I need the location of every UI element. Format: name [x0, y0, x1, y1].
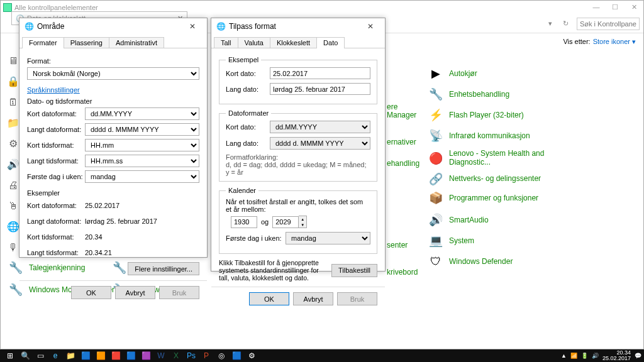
word-icon[interactable]: W — [153, 350, 169, 361]
cp-item[interactable]: 🔴Lenovo - System Health and Diagnostic..… — [428, 147, 550, 170]
cp-item[interactable]: 🔊SmartAudio — [428, 211, 489, 229]
cp-item[interactable]: ⚡Flash Player (32-biter) — [428, 106, 524, 124]
tab-number[interactable]: Tall — [214, 37, 238, 48]
excel-icon[interactable]: X — [169, 350, 184, 361]
search-input[interactable] — [577, 18, 640, 30]
start-button[interactable]: ⊞ — [3, 350, 18, 361]
minimize-button[interactable]: — — [587, 1, 606, 13]
cancel-button[interactable]: Avbryt — [293, 292, 333, 305]
generic-icon[interactable]: 🌐 — [6, 216, 20, 237]
app-icon[interactable]: 🟦 — [123, 350, 138, 361]
network-icon[interactable]: 📶 — [570, 353, 577, 359]
format-combo[interactable]: Norsk bokmål (Norge) — [27, 67, 199, 80]
maximize-button[interactable]: ☐ — [606, 1, 625, 13]
generic-icon[interactable]: 🖱 — [6, 195, 20, 216]
custom-body: Eksempel Kort dato: Lang dato: Datoforma… — [211, 48, 385, 287]
generic-icon[interactable]: 🖥 — [6, 50, 20, 71]
legend-heading: Formatforklaring: — [226, 153, 370, 161]
notifications-icon[interactable]: 💬 — [635, 353, 641, 359]
powerpoint-icon[interactable]: P — [199, 350, 214, 361]
app-icon[interactable]: 🟪 — [138, 350, 153, 361]
ok-button[interactable]: OK — [249, 292, 289, 305]
view-value[interactable]: Store ikoner ▾ — [593, 38, 636, 46]
cp-item[interactable]: 💻System — [428, 231, 474, 250]
long-date-combo[interactable]: dddd d. MMMM YYYY — [85, 123, 199, 136]
cp-item-icon: 📦 — [428, 190, 444, 206]
language-settings-link[interactable]: Språkinnstillinger — [27, 86, 80, 94]
more-settings-button[interactable]: Flere innstillinger... — [128, 262, 199, 275]
search-icon[interactable]: 🔍 — [18, 350, 33, 361]
first-day-combo[interactable]: mandag — [85, 170, 199, 183]
cp-item-partial[interactable]: ehandling — [387, 154, 419, 173]
custom-title: Tilpass format — [229, 22, 276, 31]
reset-text: Klikk Tilbakestill for å gjenopprette sy… — [219, 259, 326, 282]
tab-formats[interactable]: Formater — [22, 37, 64, 48]
generic-icon[interactable]: 🗓 — [6, 92, 20, 112]
cp-item[interactable]: 🔗Nettverks- og delingssenter — [428, 168, 541, 190]
dropdown-icon[interactable]: ▾ — [544, 19, 557, 28]
cp-item[interactable]: 🔧Enhetsbehandling — [428, 85, 509, 104]
apply-button[interactable]: Bruk — [337, 292, 377, 305]
photoshop-icon[interactable]: Ps — [184, 350, 199, 361]
generic-icon[interactable]: 📁 — [6, 112, 20, 133]
chrome-icon[interactable]: ◎ — [214, 350, 229, 361]
year-spinner[interactable]: ▲▼ — [299, 216, 307, 228]
short-time-combo[interactable]: HH.mm — [85, 139, 199, 151]
generic-icon[interactable]: 🖨 — [6, 175, 20, 195]
volume-icon[interactable]: 🔊 — [592, 353, 599, 359]
tab-currency[interactable]: Valuta — [238, 37, 270, 48]
cp-item[interactable]: 📦Programmer og funksjoner — [428, 189, 538, 207]
app-icon[interactable]: 🟦 — [78, 350, 93, 361]
tab-date[interactable]: Dato — [316, 37, 345, 48]
window-controls: — ☐ ✕ — [587, 1, 643, 13]
taskbar-clock[interactable]: 20.34 25.02.2017 — [602, 350, 631, 361]
cp-item-label: Infrarød kommunikasjon — [449, 131, 530, 140]
reset-button[interactable]: Tilbakestill — [331, 264, 377, 277]
ex-short-date-label: Kort datoformat: — [27, 202, 85, 209]
tab-time[interactable]: Klokkeslett — [270, 37, 317, 48]
customize-format-dialog: 🌐 Tilpass format ✕ Tall Valuta Klokkesle… — [211, 18, 386, 272]
edge-icon[interactable]: e — [48, 350, 63, 361]
app-icon[interactable]: ⚙ — [244, 350, 259, 361]
short-date-combo[interactable]: dd.MM.YYYY — [85, 107, 199, 120]
tab-admin[interactable]: Administrativt — [109, 37, 164, 48]
ok-button[interactable]: OK — [71, 286, 111, 299]
apply-button[interactable]: Bruk — [159, 286, 199, 299]
close-icon[interactable]: ✕ — [183, 22, 202, 31]
cancel-button[interactable]: Avbryt — [115, 286, 155, 299]
short-fmt-combo[interactable]: dd.MM.YYYY — [270, 121, 370, 133]
year-sentence: Når et tosifret årstall er angitt, tolke… — [226, 198, 370, 213]
cp-item-partial[interactable]: senter — [387, 236, 408, 255]
long-fmt-combo[interactable]: dddd d. MMMM YYYY — [270, 137, 370, 150]
cp-item-label: senter — [387, 241, 408, 250]
cp-item-label: Autokjør — [449, 69, 477, 78]
long-date-example — [270, 83, 370, 95]
first-day-combo[interactable]: mandag — [286, 232, 370, 244]
generic-icon[interactable]: ⚙ — [6, 133, 20, 154]
cp-item[interactable]: ▶Autokjør — [428, 64, 477, 83]
explorer-icon[interactable]: 📁 — [63, 350, 78, 361]
cp-item-partial[interactable]: krivebord — [387, 263, 418, 282]
cp-item-icon: 🔊 — [428, 212, 444, 228]
cp-item-partial[interactable]: ernativer — [387, 133, 416, 151]
app-icon[interactable]: 🟥 — [108, 350, 123, 361]
tab-location[interactable]: Plassering — [64, 37, 109, 48]
microphone-icon[interactable]: 🎙 — [6, 237, 20, 258]
generic-icon[interactable]: 🔒 — [6, 71, 20, 92]
cp-item[interactable]: 🛡Windows Defender — [428, 252, 513, 271]
close-icon[interactable]: ✕ — [361, 22, 380, 31]
app-icon[interactable]: 🟧 — [93, 350, 108, 361]
year-to[interactable] — [272, 216, 299, 228]
globe-icon: 🌐 — [216, 22, 225, 31]
task-view-icon[interactable]: ▭ — [33, 350, 48, 361]
cp-item[interactable]: 📡Infrarød kommunikasjon — [428, 126, 530, 145]
long-time-combo[interactable]: HH.mm.ss — [85, 155, 199, 167]
close-button[interactable]: ✕ — [625, 1, 643, 13]
cp-item-partial[interactable]: Manager — [387, 106, 416, 124]
battery-icon[interactable]: 🔋 — [581, 353, 588, 359]
app-icon[interactable]: 🟦 — [229, 350, 244, 361]
generic-icon[interactable]: 🔊 — [6, 154, 20, 175]
cp-item-label: Manager — [387, 111, 416, 119]
tray-icon[interactable]: ▲ — [561, 353, 567, 359]
refresh-icon[interactable]: ↻ — [559, 19, 572, 28]
